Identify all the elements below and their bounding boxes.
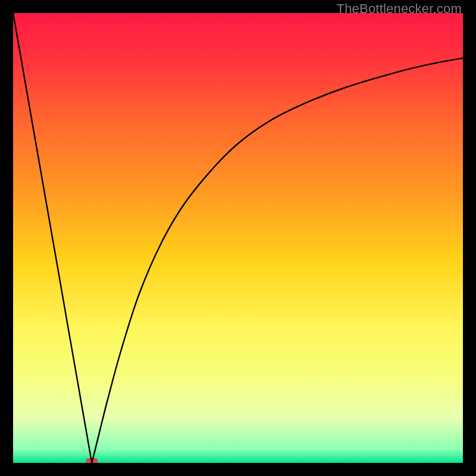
watermark-text: TheBottlenecker.com — [337, 1, 462, 17]
bottleneck-curve — [13, 13, 463, 463]
chart-plot — [13, 13, 463, 463]
chart-frame — [13, 13, 463, 463]
